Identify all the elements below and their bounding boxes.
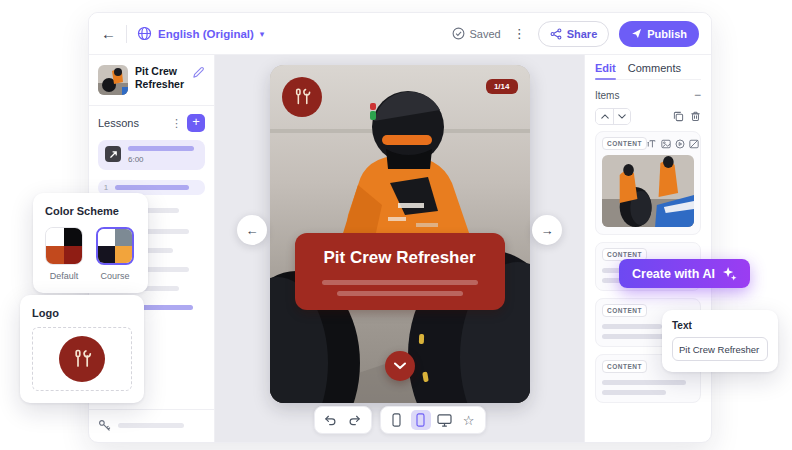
image-off-icon[interactable] bbox=[689, 139, 699, 149]
text-popover-label: Text bbox=[672, 320, 768, 331]
swatch-cell bbox=[98, 229, 115, 246]
item-controls bbox=[595, 108, 701, 125]
swatch-cell bbox=[46, 246, 64, 264]
canvas-toolbar: ☆ bbox=[314, 406, 486, 434]
logo-title: Logo bbox=[32, 307, 132, 319]
card-subtitle-skeleton bbox=[307, 280, 493, 296]
current-lesson-item[interactable]: 6:00 bbox=[98, 140, 205, 170]
swatch-cell bbox=[46, 228, 64, 246]
swatch-label: Course bbox=[100, 271, 129, 281]
color-scheme-options: Default Course bbox=[45, 227, 136, 281]
skeleton-bar bbox=[602, 390, 666, 395]
swatch-cell bbox=[115, 246, 132, 263]
desktop-preview-button[interactable] bbox=[435, 410, 455, 430]
lessons-label: Lessons bbox=[98, 117, 139, 129]
create-with-ai-button[interactable]: Create with AI bbox=[619, 259, 750, 288]
block-header: CONTENT bbox=[602, 137, 694, 150]
image-icon[interactable] bbox=[661, 139, 671, 149]
move-up-button[interactable] bbox=[596, 109, 613, 124]
content-tag: CONTENT bbox=[602, 304, 647, 317]
duplicate-icon[interactable] bbox=[673, 111, 684, 122]
course-swatch bbox=[96, 227, 134, 265]
lesson-duration: 6:00 bbox=[128, 155, 194, 164]
skeleton-bar bbox=[337, 291, 463, 296]
skeleton-bar bbox=[128, 146, 194, 151]
content-tag: CONTENT bbox=[602, 360, 647, 373]
collapse-icon[interactable]: − bbox=[694, 89, 701, 101]
block-image-thumbnail[interactable] bbox=[602, 155, 694, 227]
chevron-down-icon: ▾ bbox=[260, 29, 265, 39]
app-body: Pit Crew Refresher Lessons ⋮ + bbox=[89, 55, 711, 442]
publish-button[interactable]: Publish bbox=[619, 21, 699, 47]
content-tag: CONTENT bbox=[602, 137, 647, 150]
tab-edit[interactable]: Edit bbox=[595, 62, 616, 74]
card-title-panel[interactable]: Pit Crew Refresher bbox=[295, 233, 505, 310]
history-group bbox=[314, 406, 372, 434]
items-header: Items − bbox=[595, 89, 701, 101]
expand-card-button[interactable] bbox=[385, 351, 415, 381]
language-selector[interactable]: English (Original) ▾ bbox=[137, 26, 264, 41]
color-scheme-option-course[interactable]: Course bbox=[96, 227, 134, 281]
brand-logo-circle bbox=[282, 77, 322, 117]
screenshot-stage: ← English (Original) ▾ Saved ⋮ bbox=[0, 0, 792, 450]
redo-button[interactable] bbox=[345, 410, 365, 430]
phone-preview-button[interactable] bbox=[387, 410, 407, 430]
block-body bbox=[602, 380, 694, 395]
course-thumbnail[interactable] bbox=[98, 65, 128, 95]
move-down-button[interactable] bbox=[613, 109, 630, 124]
text-style-icon[interactable] bbox=[647, 139, 657, 149]
logo-popover: Logo bbox=[20, 295, 144, 403]
skeleton-bar bbox=[115, 185, 189, 190]
globe-icon bbox=[137, 26, 152, 41]
swatch-label: Default bbox=[50, 271, 79, 281]
share-button[interactable]: Share bbox=[538, 21, 610, 47]
page-counter-badge: 1/14 bbox=[486, 79, 518, 94]
sidebar-footer bbox=[89, 409, 214, 434]
lesson-card-preview[interactable]: 1/14 Pit Crew Refresher bbox=[270, 65, 530, 403]
lessons-menu-icon[interactable]: ⋮ bbox=[171, 117, 182, 130]
text-input[interactable] bbox=[672, 337, 768, 361]
tools-icon bbox=[291, 86, 313, 108]
content-block-image[interactable]: CONTENT bbox=[595, 131, 701, 235]
block-tools bbox=[647, 139, 699, 149]
skeleton-bar bbox=[602, 380, 686, 385]
sparkles-icon bbox=[722, 266, 737, 281]
swatch-cell bbox=[64, 228, 82, 246]
divider bbox=[89, 105, 214, 106]
phone-frame-button[interactable] bbox=[411, 410, 431, 430]
next-card-button[interactable]: → bbox=[532, 215, 562, 245]
color-scheme-title: Color Scheme bbox=[45, 205, 136, 217]
back-icon[interactable]: ← bbox=[101, 26, 116, 41]
skeleton-bar bbox=[118, 423, 184, 428]
editor-canvas: 1/14 Pit Crew Refresher ← → bbox=[215, 55, 584, 442]
play-circle-icon[interactable] bbox=[675, 139, 685, 149]
ai-button-label: Create with AI bbox=[632, 267, 715, 281]
paper-plane-icon bbox=[631, 28, 642, 39]
more-menu-icon[interactable]: ⋮ bbox=[511, 26, 528, 41]
default-swatch bbox=[45, 227, 83, 265]
language-label: English (Original) bbox=[158, 28, 254, 40]
topbar-right: Saved ⋮ Share Publish bbox=[452, 21, 699, 47]
tab-comments[interactable]: Comments bbox=[628, 62, 681, 74]
course-title: Pit Crew Refresher bbox=[135, 65, 185, 91]
add-lesson-button[interactable]: + bbox=[187, 114, 205, 132]
undo-button[interactable] bbox=[321, 410, 341, 430]
key-icon[interactable] bbox=[98, 419, 111, 432]
logo-upload-area[interactable] bbox=[32, 327, 132, 391]
lesson-number: 1 bbox=[103, 183, 109, 192]
divider bbox=[126, 25, 127, 43]
device-preview-group: ☆ bbox=[380, 406, 486, 434]
color-scheme-option-default[interactable]: Default bbox=[45, 227, 83, 281]
swatch-cell bbox=[115, 229, 132, 246]
skeleton-bar bbox=[322, 280, 478, 285]
trash-icon[interactable] bbox=[690, 111, 701, 122]
items-label: Items bbox=[595, 90, 619, 101]
top-bar: ← English (Original) ▾ Saved ⋮ bbox=[89, 13, 711, 55]
panel-tabs: Edit Comments bbox=[595, 62, 701, 80]
card-title: Pit Crew Refresher bbox=[307, 248, 493, 268]
swatch-cell bbox=[98, 246, 115, 263]
favorite-star-button[interactable]: ☆ bbox=[459, 410, 479, 430]
edit-pencil-icon[interactable] bbox=[192, 65, 205, 83]
edit-panel: Edit Comments Items − bbox=[584, 55, 711, 442]
previous-card-button[interactable]: ← bbox=[237, 215, 267, 245]
